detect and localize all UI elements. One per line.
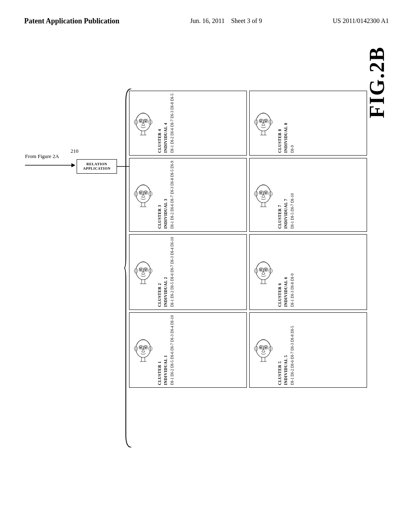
cluster-7-cell: CLUSTER 7 INDIVIDUAL 7 DI-1 DI-5 DI-7 DI… bbox=[249, 158, 367, 232]
svg-point-33 bbox=[140, 192, 141, 193]
cluster4-items: DI-1 DI-2 DI-6 DI-7 DI-3 DI-8 DI-5 bbox=[169, 94, 175, 153]
cluster2-items: DI-1 DI-2 DI-5 DI-6 DI-7 DI-3 DI-4 DI-10 bbox=[169, 237, 175, 307]
cluster2-data: CLUSTER 2 INDIVIDUAL 2 DI-1 DI-2 DI-5 DI… bbox=[157, 237, 175, 307]
cluster-3-cell: CLUSTER 3 INDIVIDUAL 3 DI-1 DI-2 DI-6 DI… bbox=[129, 158, 247, 232]
svg-point-86 bbox=[145, 347, 146, 348]
header-left: Patent Application Publication bbox=[24, 16, 119, 26]
cluster7-data: CLUSTER 7 INDIVIDUAL 7 DI-1 DI-5 DI-7 DI… bbox=[277, 161, 295, 229]
face-icon-cluster3 bbox=[132, 182, 154, 208]
face-icon-cluster1 bbox=[132, 337, 154, 363]
face-icon-cluster6 bbox=[252, 259, 274, 285]
cluster6-data: CLUSTER 6 INDIVIDUAL 6 DI-1 DI-3 DI-8 DI… bbox=[277, 237, 295, 307]
svg-point-73 bbox=[265, 269, 266, 270]
patent-number: US 2011/0142300 A1 bbox=[333, 17, 389, 24]
cluster1-data: CLUSTER 1 INDIVIDUAL 1 DI-1 DI-2 DI-5 DI… bbox=[157, 315, 175, 385]
svg-point-34 bbox=[145, 192, 146, 193]
face-icon-cluster2 bbox=[132, 259, 154, 285]
svg-point-85 bbox=[140, 347, 141, 348]
face-icon-cluster7 bbox=[252, 182, 274, 208]
header-right: US 2011/0142300 A1 bbox=[333, 16, 389, 26]
publication-title: Patent Application Publication bbox=[24, 17, 119, 25]
svg-point-99 bbox=[265, 347, 266, 348]
cluster4-data: CLUSTER 4 INDIVIDUAL 4 DI-1 DI-2 DI-6 DI… bbox=[157, 94, 175, 153]
cluster4-individual: INDIVIDUAL 4 bbox=[163, 94, 168, 153]
cluster7-individual: INDIVIDUAL 7 bbox=[284, 161, 288, 229]
svg-point-72 bbox=[260, 269, 261, 270]
face-icon-cluster4 bbox=[132, 110, 154, 136]
cluster8-title: CLUSTER 8 bbox=[277, 94, 282, 153]
cluster-1-cell: CLUSTER 1 INDIVIDUAL 1 DI-1 DI-2 DI-5 DI… bbox=[129, 312, 247, 388]
main-content: FIG.2B From Figure 2A 210 RELATION APPLI… bbox=[0, 34, 413, 514]
relation-application-box: RELATION APPLICATION bbox=[77, 159, 117, 174]
cluster3-items: DI-1 DI-2 DI-6 DI-7 DI-3 DI-8 DI-5 DI-9 bbox=[169, 161, 175, 229]
cluster8-data: CLUSTER 8 INDIVIDUAL 8 DI-9 bbox=[277, 94, 295, 153]
cluster5-items: DI-1 DI-2 DI-6 DI-7 DI-3 DI-8 DI-5 bbox=[290, 315, 295, 385]
svg-point-7 bbox=[140, 120, 141, 121]
cluster5-data: CLUSTER 5 INDIVIDUAL 5 DI-1 DI-2 DI-6 DI… bbox=[277, 315, 295, 385]
cluster2-title: CLUSTER 2 bbox=[157, 237, 162, 307]
cluster6-title: CLUSTER 6 bbox=[277, 237, 282, 307]
svg-marker-1 bbox=[71, 163, 75, 167]
cluster-2-cell: CLUSTER 2 INDIVIDUAL 2 DI-1 DI-2 DI-5 DI… bbox=[129, 234, 247, 310]
cluster3-title: CLUSTER 3 bbox=[157, 161, 162, 229]
cluster-8-cell: CLUSTER 8 INDIVIDUAL 8 DI-9 bbox=[249, 91, 367, 156]
cluster8-individual: INDIVIDUAL 8 bbox=[284, 94, 288, 153]
face-icon-cluster5 bbox=[252, 337, 274, 363]
cluster7-items: DI-1 DI-5 DI-7 DI-10 bbox=[290, 161, 295, 229]
cluster3-individual: INDIVIDUAL 3 bbox=[163, 161, 168, 229]
from-figure-arrow bbox=[25, 161, 77, 169]
svg-point-60 bbox=[145, 269, 146, 270]
cluster1-individual: INDIVIDUAL 1 bbox=[163, 315, 168, 385]
cluster6-items: DI-1 DI-3 DI-8 DI-9 bbox=[290, 237, 295, 307]
cluster-6-cell: CLUSTER 6 INDIVIDUAL 6 DI-1 DI-3 DI-8 DI… bbox=[249, 234, 367, 310]
cluster2-individual: INDIVIDUAL 2 bbox=[163, 237, 168, 307]
svg-point-8 bbox=[145, 120, 146, 121]
cluster4-title: CLUSTER 4 bbox=[157, 94, 162, 153]
header-center: Jun. 16, 2011 Sheet 3 of 9 bbox=[190, 16, 262, 26]
cluster5-title: CLUSTER 5 bbox=[277, 315, 282, 385]
clusters-grid: CLUSTER 4 INDIVIDUAL 4 DI-1 DI-2 DI-6 DI… bbox=[129, 91, 367, 388]
publication-date: Jun. 16, 2011 bbox=[190, 17, 225, 24]
svg-point-98 bbox=[260, 347, 261, 348]
cluster6-individual: INDIVIDUAL 6 bbox=[284, 237, 288, 307]
face-icon-cluster8 bbox=[252, 110, 274, 136]
cluster1-items: DI-1 DI-2 DI-5 DI-6 DI-7 DI-3 DI-4 DI-10 bbox=[169, 315, 175, 385]
cluster8-items: DI-9 bbox=[290, 94, 295, 153]
cluster3-data: CLUSTER 3 INDIVIDUAL 3 DI-1 DI-2 DI-6 DI… bbox=[157, 161, 175, 229]
figure-label: FIG.2B bbox=[365, 46, 389, 118]
ref-number: 210 bbox=[71, 148, 79, 154]
svg-point-21 bbox=[265, 120, 266, 121]
clusters-container: CLUSTER 4 INDIVIDUAL 4 DI-1 DI-2 DI-6 DI… bbox=[129, 91, 367, 388]
svg-point-20 bbox=[260, 120, 261, 121]
cluster5-individual: INDIVIDUAL 5 bbox=[284, 315, 288, 385]
cluster-5-cell: CLUSTER 5 INDIVIDUAL 5 DI-1 DI-2 DI-6 DI… bbox=[249, 312, 367, 388]
svg-point-47 bbox=[265, 192, 266, 193]
cluster7-title: CLUSTER 7 bbox=[277, 161, 282, 229]
cluster-4-cell: CLUSTER 4 INDIVIDUAL 4 DI-1 DI-2 DI-6 DI… bbox=[129, 91, 247, 156]
svg-point-59 bbox=[140, 269, 141, 270]
cluster1-title: CLUSTER 1 bbox=[157, 315, 162, 385]
sheet-info: Sheet 3 of 9 bbox=[231, 17, 262, 24]
page-header: Patent Application Publication Jun. 16, … bbox=[0, 0, 413, 34]
relation-box-label: RELATION APPLICATION bbox=[77, 162, 117, 171]
from-figure-label: From Figure 2A bbox=[25, 153, 59, 160]
svg-point-46 bbox=[260, 192, 261, 193]
